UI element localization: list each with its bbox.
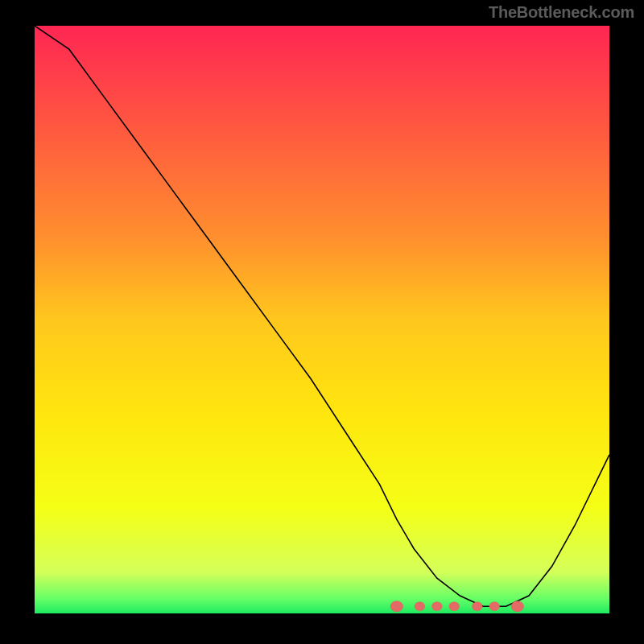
marker-dot	[449, 602, 460, 611]
marker-dot	[472, 602, 482, 611]
bottleneck-chart	[35, 26, 609, 613]
marker-dot	[431, 602, 442, 611]
marker-dot	[390, 601, 403, 612]
marker-dot	[415, 602, 425, 611]
marker-dot	[511, 601, 524, 612]
gradient-background	[35, 26, 609, 613]
marker-dot	[489, 602, 500, 611]
attribution-label: TheBottleneck.com	[489, 3, 634, 22]
